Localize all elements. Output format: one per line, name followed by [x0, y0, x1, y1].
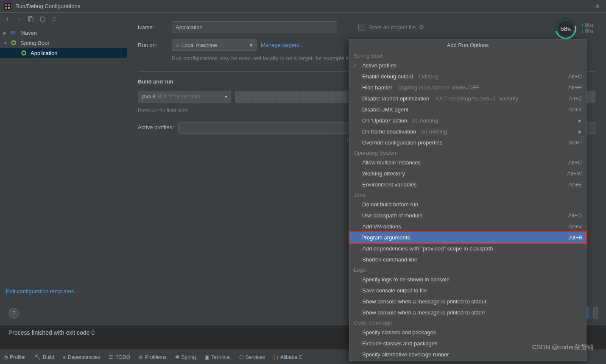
window-title: Run/Debug Configurations: [15, 3, 593, 9]
download-speed: 0K/s: [581, 28, 593, 34]
svg-rect-1: [5, 4, 7, 6]
popup-item-hide-banner[interactable]: Hide banner-Dspring.main.banner-mode=OFF…: [349, 82, 586, 93]
alibaba-icon: ( ): [274, 354, 278, 360]
popup-item-use-classpath[interactable]: Use classpath of moduleAlt+O: [349, 210, 586, 221]
sidebar: ＋ － ⇵ ▶ m Maven ▼ Spring Boot Applicatio…: [0, 13, 127, 301]
maven-icon: m: [10, 29, 17, 36]
store-checkbox[interactable]: [358, 24, 365, 31]
tree-label: Maven: [20, 30, 37, 36]
app-icon: [4, 3, 11, 10]
popup-item-working-dir[interactable]: Working directoryAlt+W: [349, 168, 586, 179]
springboot-icon: [10, 39, 17, 46]
tab-alibaba[interactable]: ( )Alibaba C: [274, 354, 302, 360]
console-text: Process finished with exit code 0: [8, 329, 95, 336]
popup-item-program-arguments[interactable]: Program argumentsAlt+R: [349, 231, 587, 244]
runon-label: Run on:: [138, 42, 168, 48]
popup-item-do-not-build[interactable]: Do not build before run: [349, 199, 586, 210]
popup-item-spec-logs[interactable]: Specify logs to be shown in console: [349, 274, 586, 285]
tree-label: Spring Boot: [20, 40, 49, 46]
popup-title: Add Run Options: [349, 39, 586, 51]
sidebar-toolbar: ＋ － ⇵: [0, 13, 127, 25]
name-label: Name:: [138, 24, 168, 31]
popup-item-enable-debug[interactable]: Enable debug output-DdebugAlt+D: [349, 71, 586, 82]
runon-value: Local machine: [182, 42, 247, 48]
tree-item-maven[interactable]: ▶ m Maven: [0, 28, 127, 38]
svg-point-9: [12, 42, 15, 44]
move-icon[interactable]: ⇵: [52, 16, 57, 22]
tab-terminal[interactable]: ▣Terminal: [204, 354, 230, 360]
popup-item-add-vm[interactable]: Add VM optionsAlt+V: [349, 221, 586, 232]
tree-item-application[interactable]: Application: [0, 48, 127, 58]
popup-item-spec-classes[interactable]: Specify classes and packages: [349, 327, 586, 338]
help-button[interactable]: ?: [8, 308, 20, 319]
popup-item-show-stdout[interactable]: Show console when a message is printed t…: [349, 296, 586, 307]
performance-widget: 58% 0K/s 0K/s: [555, 18, 593, 39]
popup-item-on-frame[interactable]: On frame deactivationDo nothing▶: [349, 126, 586, 137]
popup-item-on-update[interactable]: On 'Update' actionDo nothing▶: [349, 115, 586, 126]
chevron-down-icon: ▾: [250, 42, 253, 48]
profiles-label: Active profiles:: [138, 122, 174, 131]
svg-rect-4: [8, 7, 10, 9]
warning-icon: ⊘: [139, 354, 143, 360]
popup-item-add-deps[interactable]: Add dependencies with "provided" scope t…: [349, 243, 586, 254]
tree-label: Application: [31, 50, 58, 56]
manage-targets-link[interactable]: Manage targets...: [261, 42, 304, 48]
chevron-right-icon: ▶: [578, 117, 582, 125]
gear-icon[interactable]: ⚙: [419, 24, 424, 31]
tab-dependencies[interactable]: ≡Dependencies: [63, 354, 101, 360]
tab-problems[interactable]: ⊘Problems: [139, 354, 167, 360]
popup-item-disable-launch[interactable]: Disable launch optimization-XX:TieredSto…: [349, 93, 586, 104]
store-file-group: Store as project file ⚙: [358, 24, 424, 31]
edit-templates-link[interactable]: Edit configuration templates...: [6, 288, 78, 295]
popup-section-java: Java: [349, 190, 586, 199]
tab-build[interactable]: 🔨Build: [34, 354, 54, 360]
store-label: Store as project file: [369, 24, 416, 31]
net-speeds: 0K/s 0K/s: [581, 22, 593, 34]
tree-item-springboot[interactable]: ▼ Spring Boot: [0, 38, 127, 48]
svg-rect-2: [8, 4, 10, 6]
svg-point-11: [22, 52, 25, 54]
popup-item-active-profiles[interactable]: ✓Active profiles: [349, 60, 586, 71]
home-icon: ⌂: [176, 42, 179, 48]
cancel-button[interactable]: [593, 307, 598, 319]
save-icon[interactable]: [40, 16, 46, 22]
add-icon[interactable]: ＋: [4, 15, 10, 23]
edit-templates: Edit configuration templates...: [0, 281, 127, 301]
popup-item-disable-jmx[interactable]: Disable JMX agentAlt+X: [349, 104, 586, 115]
upload-speed: 0K/s: [581, 22, 593, 28]
popup-section-springboot: Spring Boot: [349, 51, 586, 60]
springboot-icon: [20, 50, 27, 56]
popup-item-shorten[interactable]: Shorten command line: [349, 254, 586, 265]
name-row: Name: Store as project file ⚙: [138, 21, 595, 33]
svg-rect-3: [5, 7, 7, 9]
layers-icon: ≡: [63, 354, 66, 360]
check-icon: ✓: [353, 61, 357, 70]
popup-section-os: Operating System: [349, 148, 586, 157]
cpu-circle: 58%: [555, 18, 576, 39]
config-tree: ▶ m Maven ▼ Spring Boot Application: [0, 25, 127, 281]
add-run-options-popup: Add Run Options Spring Boot ✓Active prof…: [349, 39, 586, 361]
tab-spring[interactable]: ❃Spring: [175, 354, 196, 360]
spring-icon: ❃: [175, 354, 179, 360]
popup-item-show-stderr[interactable]: Show console when a message is printed t…: [349, 307, 586, 318]
watermark: CSDN @coder杂货铺: [532, 343, 593, 351]
close-icon[interactable]: ×: [593, 2, 602, 11]
popup-item-save-console[interactable]: Save console output to file: [349, 285, 586, 296]
popup-item-override-props[interactable]: Override configuration propertiesAlt+P: [349, 137, 586, 148]
popup-item-env-vars[interactable]: Environment variablesAlt+E: [349, 179, 586, 190]
tab-services[interactable]: ⬡Services: [239, 354, 265, 360]
sdk-suffix: SDK of 'ns-econom: [155, 94, 200, 100]
runon-select[interactable]: ⌂ Local machine ▾: [172, 39, 257, 51]
sdk-select[interactable]: java 8 SDK of 'ns-econom ▾: [138, 91, 231, 103]
tab-todo[interactable]: ☰TODO: [109, 354, 130, 360]
sdk-prefix: java 8: [142, 94, 155, 100]
copy-icon[interactable]: [28, 16, 34, 22]
chevron-down-icon: ▼: [3, 41, 8, 45]
popup-item-allow-multi[interactable]: Allow multiple instancesAlt+U: [349, 157, 586, 168]
tab-profiler[interactable]: ◔Profiler: [3, 354, 26, 360]
list-icon: ☰: [109, 354, 113, 360]
services-icon: ⬡: [239, 354, 243, 360]
name-input[interactable]: [172, 21, 337, 33]
remove-icon[interactable]: －: [16, 15, 22, 23]
chevron-right-icon: ▶: [3, 31, 8, 35]
